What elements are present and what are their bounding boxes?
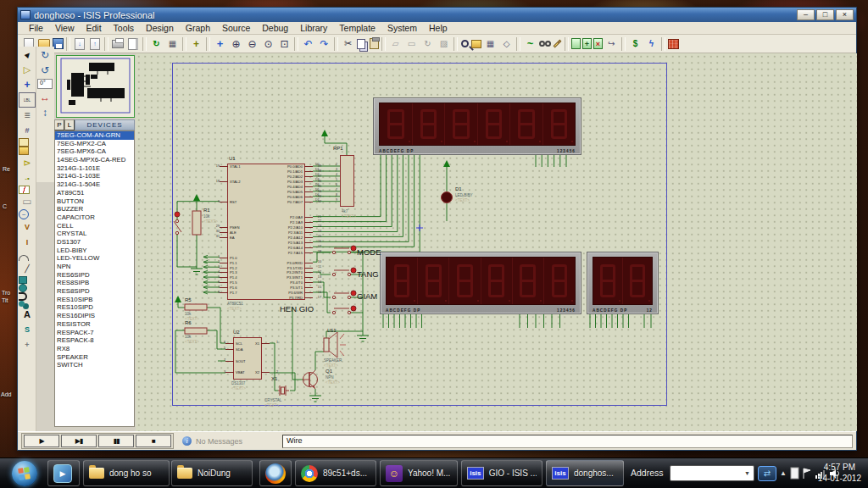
device-list-item[interactable]: 3214G-1-101E <box>55 164 134 173</box>
menu-item[interactable]: Tools <box>108 22 141 34</box>
mark-output-area-icon[interactable] <box>128 38 138 50</box>
device-list-item[interactable]: CELL <box>55 222 134 230</box>
print-icon[interactable] <box>112 40 124 48</box>
seven-segment-display-seconds[interactable]: ABCDEFG DP12 <box>587 252 659 314</box>
pin-stub[interactable] <box>304 171 313 172</box>
menu-item[interactable]: Template <box>333 22 381 34</box>
menu-item[interactable]: Debug <box>256 22 294 34</box>
block-move-icon[interactable]: ▭ <box>404 36 419 51</box>
make-device-icon[interactable] <box>471 40 481 48</box>
taskbar-chrome-button[interactable]: 89c51+ds... <box>295 460 376 486</box>
device-list[interactable]: 7SEG-COM-AN-GRN7SEG-MPX2-CA7SEG-MPX6-CA1… <box>54 130 135 427</box>
refresh-display-icon[interactable]: ↻ <box>149 36 164 51</box>
block-delete-icon[interactable]: ▨ <box>437 36 451 51</box>
current-probe-icon[interactable]: I <box>19 235 36 250</box>
device-list-item[interactable]: BUTTON <box>55 197 134 206</box>
pin-stub[interactable] <box>304 217 313 218</box>
device-list-item[interactable]: NPN <box>55 263 134 271</box>
device-list-item[interactable]: 7SEG-MPX2-CA <box>55 140 134 148</box>
device-list-item[interactable]: RESISTOR <box>55 320 134 329</box>
pin-stub[interactable] <box>304 222 313 223</box>
device-list-item[interactable]: RES10SIPB <box>55 296 134 304</box>
device-list-item[interactable]: 7SEG-COM-AN-GRN <box>55 131 134 140</box>
pin-stub[interactable] <box>304 191 313 192</box>
pin-stub[interactable] <box>220 181 228 182</box>
pin-stub[interactable] <box>304 272 313 273</box>
led-d1[interactable] <box>442 192 453 203</box>
pin-stub[interactable] <box>220 292 228 293</box>
resistor-r5[interactable] <box>185 304 207 310</box>
pick-parts-icon[interactable] <box>461 40 469 47</box>
undo-icon[interactable]: ↶ <box>301 36 315 51</box>
pin-stub[interactable] <box>304 186 313 187</box>
resistor-r1[interactable] <box>192 211 201 235</box>
pin-stub[interactable] <box>304 292 313 293</box>
device-list-item[interactable]: BUZZER <box>55 205 134 214</box>
zoom-area-icon[interactable]: ⊡ <box>277 36 292 51</box>
pin-stub[interactable] <box>220 232 228 233</box>
menu-item[interactable]: Library <box>294 22 333 34</box>
taskbar-isis-gio-button[interactable]: isisGIO - ISIS ... <box>461 460 542 486</box>
resistor-r6[interactable] <box>185 328 207 334</box>
pin-stub[interactable] <box>304 297 313 298</box>
minimize-button[interactable]: – <box>797 9 815 20</box>
subcircuit-icon[interactable] <box>19 138 29 147</box>
pin-stub[interactable] <box>304 202 313 202</box>
zoom-all-icon[interactable]: ⊙ <box>261 36 275 51</box>
voltage-probe-icon[interactable]: V <box>19 219 36 235</box>
pin-stub[interactable] <box>304 287 313 288</box>
pan-icon[interactable]: + <box>213 36 227 51</box>
netlist-to-ares-icon[interactable] <box>668 39 679 49</box>
device-list-item[interactable]: CAPACITOR <box>55 214 134 222</box>
taskbar-folder-noidung[interactable]: NoiDung <box>171 460 253 486</box>
paste-icon[interactable] <box>370 38 379 49</box>
pin-stub[interactable] <box>220 272 228 273</box>
device-list-item[interactable]: DS1307 <box>55 238 134 247</box>
seven-segment-display-bottom[interactable]: ABCDEFG DP123456 <box>380 252 581 314</box>
arc-2d-icon[interactable] <box>19 292 27 301</box>
wire-label-icon[interactable]: LBL <box>19 92 36 108</box>
start-button[interactable] <box>12 461 37 486</box>
text-script-icon[interactable]: ≡ <box>19 108 36 123</box>
schematic-editor-canvas[interactable]: 19XTAL118XTAL29RST29PSEN30ALE31EA1P1.02P… <box>136 53 857 431</box>
cut-icon[interactable]: ✂ <box>341 36 355 51</box>
remove-sheet-icon[interactable]: × <box>593 38 603 49</box>
device-list-item[interactable]: 3214G-1-103E <box>55 172 134 180</box>
device-list-item[interactable]: LED-BIBY <box>55 247 134 255</box>
seven-segment-display-top[interactable]: ABCDEFG DP123456 <box>373 97 581 155</box>
resistor-pack-rp1[interactable] <box>340 155 354 207</box>
block-rotate-icon[interactable]: ↻ <box>420 36 435 51</box>
property-assignment-icon[interactable] <box>554 40 562 48</box>
transistor-q1[interactable] <box>303 370 318 389</box>
device-list-item[interactable]: AT89C51 <box>55 189 134 197</box>
device-list-item[interactable]: RES16DIPIS <box>55 312 134 320</box>
zoom-out-icon[interactable]: ⊖ <box>245 36 259 51</box>
device-list-item[interactable]: RES6SIPD <box>55 271 134 280</box>
tape-recorder-icon[interactable]: ▭ <box>19 194 36 209</box>
pin-stub[interactable] <box>304 232 313 233</box>
mcu-at89c51[interactable]: 19XTAL118XTAL29RST29PSEN30ALE31EA1P1.02P… <box>227 164 305 300</box>
path-2d-icon[interactable] <box>19 301 25 307</box>
title-bar[interactable]: donghoso - ISIS Professional – □ × <box>18 8 856 22</box>
pin-stub[interactable] <box>304 227 313 228</box>
circle-2d-icon[interactable] <box>19 284 27 292</box>
taskbar-isis-donghoso-button[interactable]: isisdonghos... <box>546 460 624 486</box>
graph-mode-icon[interactable] <box>19 186 30 194</box>
block-copy-icon[interactable]: ▱ <box>388 36 403 51</box>
pin-stub[interactable] <box>304 242 313 243</box>
taskbar-yahoo-button[interactable]: ☺Yahoo! M... <box>380 460 458 486</box>
export-section-icon[interactable]: ↑ <box>90 38 100 50</box>
device-list-item[interactable]: 3214G-1-504E <box>55 180 134 189</box>
device-list-item[interactable]: LED-YELLOW <box>55 254 134 263</box>
pin-stub[interactable] <box>304 197 313 197</box>
pin-stub[interactable] <box>220 282 228 283</box>
device-list-item[interactable]: 7SEG-MPX6-CA <box>55 147 134 156</box>
menu-item[interactable]: Help <box>423 22 453 34</box>
device-list-item[interactable]: RESPACK-8 <box>55 336 134 345</box>
speaker-ls1[interactable] <box>324 332 346 358</box>
schematic-overview-preview[interactable] <box>56 55 135 118</box>
design-explorer-icon[interactable] <box>571 38 581 49</box>
pin-stub[interactable] <box>304 282 313 283</box>
import-section-icon[interactable]: ↓ <box>75 38 85 50</box>
pin-stub[interactable] <box>220 263 228 263</box>
